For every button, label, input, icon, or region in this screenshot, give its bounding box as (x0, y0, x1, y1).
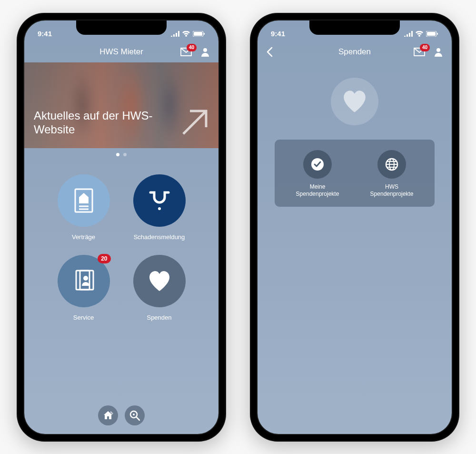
search-button[interactable] (125, 405, 145, 425)
external-arrow-icon (180, 108, 209, 137)
mail-badge: 40 (420, 44, 430, 51)
battery-icon (426, 31, 438, 37)
back-button[interactable] (266, 47, 273, 57)
inbox-button[interactable]: 40 (180, 48, 192, 56)
page-title: Spenden (338, 47, 371, 57)
app-header: HWS Mieter 40 (24, 41, 218, 62)
item-label: HWS Spendenprojekte (370, 183, 414, 198)
main-grid: Verträge Schadensmeldung 20 (24, 156, 218, 331)
app-header: Spenden 40 (258, 41, 452, 62)
tile-label: Spenden (147, 314, 171, 321)
document-person-icon (73, 269, 94, 293)
device-notch (76, 20, 167, 35)
tile-spenden[interactable]: Spenden (124, 255, 195, 321)
signal-icon (404, 31, 413, 37)
svg-rect-16 (427, 32, 436, 36)
chevron-left-icon (266, 47, 273, 57)
svg-point-14 (133, 414, 135, 415)
status-time: 9:41 (271, 30, 285, 38)
profile-button[interactable] (434, 47, 443, 57)
battery-icon (193, 31, 205, 37)
mail-badge: 40 (187, 44, 197, 51)
svg-rect-17 (437, 33, 438, 35)
phone-mockup-left: 9:41 HWS Mieter (17, 13, 226, 442)
item-label: Meine Spendenprojekte (296, 183, 339, 198)
spenden-card: Meine Spendenprojekte HWS Spendenprojekt… (275, 140, 435, 207)
bottom-toolbar (24, 405, 218, 425)
svg-line-13 (137, 417, 139, 420)
profile-button[interactable] (200, 47, 210, 57)
tile-service[interactable]: 20 Service (48, 255, 119, 321)
globe-icon (385, 157, 399, 172)
svg-point-3 (203, 48, 207, 52)
inbox-button[interactable]: 40 (414, 48, 425, 56)
check-icon (310, 157, 325, 172)
tile-schaden[interactable]: Schadensmeldung (124, 174, 195, 241)
document-house-icon (73, 188, 94, 213)
carousel-dot[interactable] (123, 153, 127, 156)
svg-rect-5 (79, 198, 89, 203)
status-time: 9:41 (38, 30, 52, 38)
svg-point-8 (158, 207, 161, 210)
hero-banner[interactable]: Aktuelles auf der HWS-Website (24, 62, 218, 148)
device-notch (309, 20, 400, 35)
tile-vertraege[interactable]: Verträge (48, 174, 119, 241)
magnifier-icon (129, 410, 140, 421)
tile-label: Service (73, 314, 94, 321)
heart-icon (343, 91, 367, 112)
svg-rect-9 (76, 271, 89, 290)
section-hero-icon (331, 78, 378, 125)
hws-spendenprojekte[interactable]: HWS Spendenprojekte (358, 150, 425, 198)
hero-text: Aktuelles auf der HWS-Website (34, 109, 157, 137)
heart-icon (149, 271, 170, 291)
svg-point-11 (83, 276, 88, 281)
pipe-leak-icon (148, 189, 171, 212)
meine-spendenprojekte[interactable]: Meine Spendenprojekte (284, 150, 351, 198)
carousel-dots[interactable] (24, 153, 218, 156)
home-button[interactable] (98, 405, 118, 425)
carousel-dot[interactable] (116, 153, 119, 156)
home-icon (103, 410, 113, 421)
svg-rect-2 (204, 33, 205, 35)
svg-point-18 (436, 48, 440, 52)
signal-icon (171, 31, 179, 37)
wifi-icon (416, 31, 423, 37)
phone-mockup-right: 9:41 (250, 13, 459, 442)
tile-badge: 20 (98, 254, 110, 263)
tile-label: Schadensmeldung (134, 233, 185, 241)
svg-rect-1 (194, 32, 202, 36)
tile-label: Verträge (72, 233, 95, 241)
page-title: HWS Mieter (99, 47, 143, 57)
wifi-icon (182, 31, 190, 37)
